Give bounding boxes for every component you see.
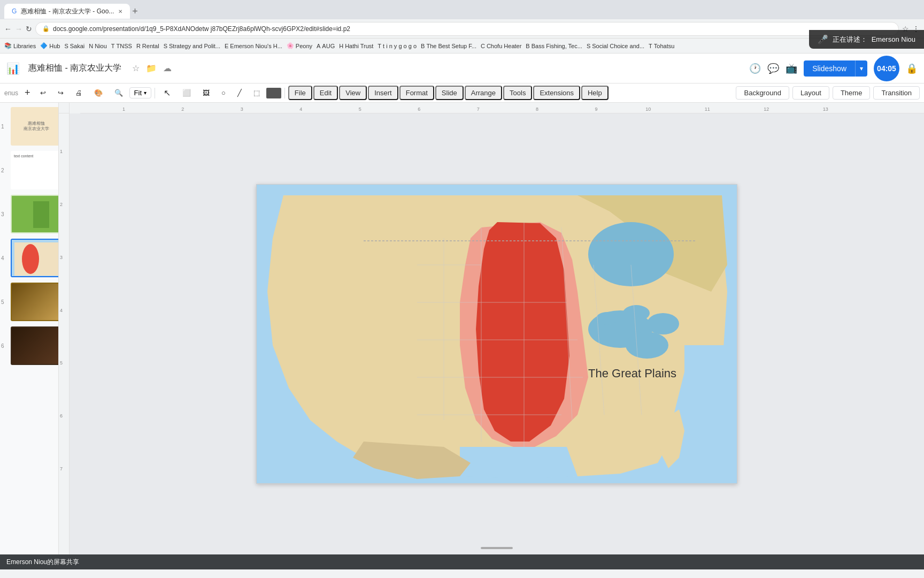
slideshow-dropdown[interactable]: ▾: [855, 60, 867, 77]
map-svg: The Great Plains: [257, 185, 737, 484]
menu-help[interactable]: Help: [581, 86, 609, 100]
slide-4-preview: [12, 240, 59, 277]
speaking-indicator: 🎤 正在讲述： Emerson Niou: [809, 30, 924, 49]
bookmark-item[interactable]: S Strategy and Polit...: [164, 43, 220, 49]
tab-favicon: G: [12, 7, 17, 15]
slide-viewport[interactable]: The Great Plains: [70, 113, 924, 554]
bookmark-item[interactable]: T Tohatsu: [649, 43, 674, 49]
bookmark-item[interactable]: N Niou: [89, 43, 107, 49]
slide-3-map-preview: [12, 196, 59, 233]
redo-icon[interactable]: ↪: [52, 87, 69, 99]
bookmark-item[interactable]: R Rental: [136, 43, 159, 49]
bookmark-item[interactable]: B Bass Fishing, Tec...: [526, 43, 582, 49]
slide-panel: 1 惠难相恤南京农业大学 2 text content 3 4: [0, 103, 59, 554]
cursor-icon[interactable]: ↖: [158, 86, 176, 100]
viewport-area: 1 2 3 4 5 6 7: [59, 113, 924, 554]
undo-icon[interactable]: ↩: [35, 87, 51, 99]
line-icon[interactable]: ╱: [232, 87, 247, 99]
menu-edit[interactable]: Edit: [313, 86, 338, 100]
bookmark-item[interactable]: B The Best Setup F...: [421, 43, 476, 49]
slide-thumb-3[interactable]: [11, 195, 59, 233]
svg-point-4: [22, 244, 39, 274]
menu-arrange[interactable]: Arrange: [465, 86, 502, 100]
slide-6-content: [12, 328, 59, 364]
svg-point-10: [596, 312, 618, 325]
slide-thumb-4[interactable]: [11, 239, 59, 277]
transition-button[interactable]: Transition: [873, 86, 920, 100]
reload-icon[interactable]: ↻: [26, 25, 32, 33]
menu-extensions[interactable]: Extensions: [533, 86, 580, 100]
menu-tools[interactable]: Tools: [503, 86, 532, 100]
bookmark-item[interactable]: S Social Choice and...: [587, 43, 644, 49]
bookmark-item[interactable]: H Hathi Trust: [339, 43, 373, 49]
color-fill-icon[interactable]: [266, 88, 281, 98]
paint-icon[interactable]: 🎨: [89, 87, 108, 99]
bookmark-item[interactable]: S Sakai: [64, 43, 84, 49]
notification-bar: Emerson Niou的屏幕共享: [0, 554, 924, 569]
scroll-indicator: [481, 547, 513, 549]
bookmark-item[interactable]: E Emerson Niou's H...: [225, 43, 282, 49]
menu-file[interactable]: File: [288, 86, 312, 100]
slide-thumb-wrapper-4: 4: [2, 239, 56, 277]
slide-container: The Great Plains: [256, 184, 737, 484]
history-icon[interactable]: 🕐: [749, 63, 761, 74]
slide-num-6: 6: [1, 343, 4, 349]
tab-title: 惠难相恤 - 南京农业大学 - Goo...: [21, 7, 114, 16]
active-tab[interactable]: G 惠难相恤 - 南京农业大学 - Goo... ✕: [4, 4, 130, 19]
layout-button[interactable]: Layout: [792, 86, 829, 100]
slide-num-1: 1: [1, 124, 4, 130]
slide-num-2: 2: [1, 168, 4, 173]
mic-icon: 🎤: [818, 34, 828, 44]
slide-thumb-wrapper-2: 2 text content: [2, 151, 56, 189]
forward-icon[interactable]: →: [15, 25, 22, 33]
present-icon[interactable]: 📺: [786, 63, 797, 74]
textbox-icon[interactable]: ⬚: [248, 87, 265, 99]
slide-5-content: [12, 284, 59, 320]
svg-point-8: [647, 313, 679, 334]
account-icon[interactable]: 🔒: [906, 63, 918, 74]
slide-num-4: 4: [1, 255, 4, 261]
address-text: docs.google.com/presentation/d/1q9_5-P8X…: [53, 25, 350, 33]
folder-icon[interactable]: 📁: [146, 63, 157, 73]
print-icon[interactable]: 🖨: [70, 87, 88, 99]
image-icon[interactable]: 🖼: [197, 87, 215, 99]
timer-badge: 04:05: [874, 56, 899, 81]
cloud-icon[interactable]: ☁: [163, 63, 172, 73]
back-icon[interactable]: ←: [4, 25, 12, 33]
star-icon[interactable]: ☆: [132, 63, 140, 73]
theme-button[interactable]: Theme: [833, 86, 870, 100]
menu-format[interactable]: Format: [399, 86, 434, 100]
bookmark-item[interactable]: 🔷 Hub: [40, 42, 60, 49]
bookmark-item[interactable]: 🌸 Peony: [287, 42, 312, 49]
slide-thumb-2[interactable]: text content: [11, 151, 59, 189]
ruler-horizontal: 1 2 3 4 5 6 7 8 9 10 11 12 13: [80, 103, 924, 113]
menu-view[interactable]: View: [339, 86, 367, 100]
bookmark-item[interactable]: T t i n y g o g o: [378, 43, 417, 49]
zoom-icon[interactable]: 🔍: [109, 87, 128, 99]
menu-slide[interactable]: Slide: [435, 86, 464, 100]
slide-thumb-5[interactable]: [11, 283, 59, 321]
svg-rect-1: [33, 201, 49, 228]
bookmark-item[interactable]: C Chofu Heater: [481, 43, 521, 49]
bookmark-item[interactable]: A AUG: [317, 43, 335, 49]
slide-num-5: 5: [1, 299, 4, 305]
speaking-label: 正在讲述：: [833, 35, 867, 44]
add-icon[interactable]: +: [21, 86, 34, 100]
slide-thumb-6[interactable]: [11, 326, 59, 365]
slide-thumb-1[interactable]: 惠难相恤南京农业大学: [11, 107, 59, 146]
frame-icon[interactable]: ⬜: [177, 87, 196, 99]
slide-thumb-wrapper-6: 6: [2, 326, 56, 365]
svg-point-9: [623, 305, 650, 321]
shapes-icon[interactable]: ○: [216, 87, 231, 99]
menu-insert[interactable]: Insert: [368, 86, 398, 100]
ruler-vertical: 1 2 3 4 5 6 7: [59, 113, 70, 554]
slideshow-button[interactable]: Slideshow: [804, 60, 855, 77]
background-button[interactable]: Background: [736, 86, 789, 100]
comment-icon[interactable]: 💬: [767, 63, 779, 74]
new-tab-button[interactable]: +: [132, 6, 138, 17]
bookmark-item[interactable]: T TNSS: [111, 43, 132, 49]
zoom-selector[interactable]: Fit ▾: [129, 87, 151, 98]
bookmark-item[interactable]: 📚 Libraries: [4, 42, 36, 49]
tab-close-icon[interactable]: ✕: [118, 9, 122, 14]
address-bar[interactable]: 🔒 docs.google.com/presentation/d/1q9_5-P…: [35, 22, 899, 36]
